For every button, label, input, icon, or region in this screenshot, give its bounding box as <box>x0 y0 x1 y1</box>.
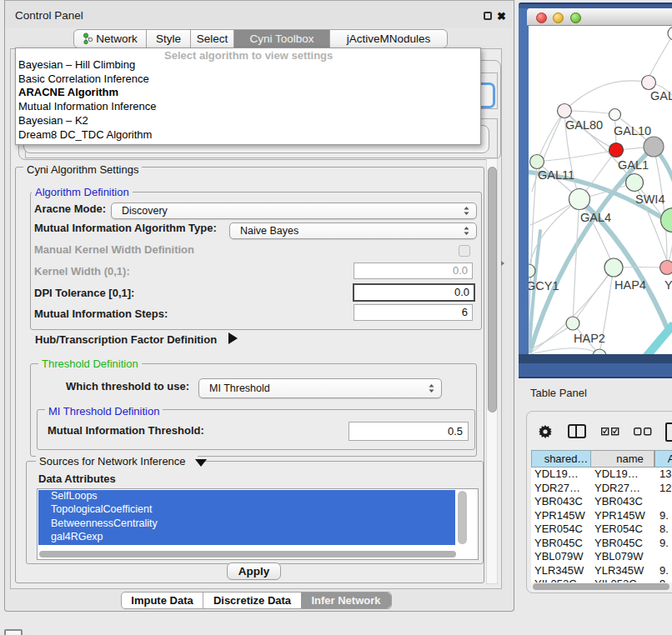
svg-text:GAL11: GAL11 <box>538 168 574 182</box>
svg-text:HAP4: HAP4 <box>614 278 646 292</box>
svg-text:SWI4: SWI4 <box>635 192 664 206</box>
svg-text:GCY1: GCY1 <box>529 279 559 292</box>
svg-text:GAL7: GAL7 <box>650 89 672 102</box>
svg-text:Y: Y <box>664 278 672 292</box>
svg-text:GAL80: GAL80 <box>565 118 603 132</box>
svg-text:HAP2: HAP2 <box>574 332 605 345</box>
svg-text:GAL4: GAL4 <box>580 211 611 224</box>
svg-text:GAL1: GAL1 <box>618 158 649 172</box>
svg-text:GAL10: GAL10 <box>614 124 651 138</box>
